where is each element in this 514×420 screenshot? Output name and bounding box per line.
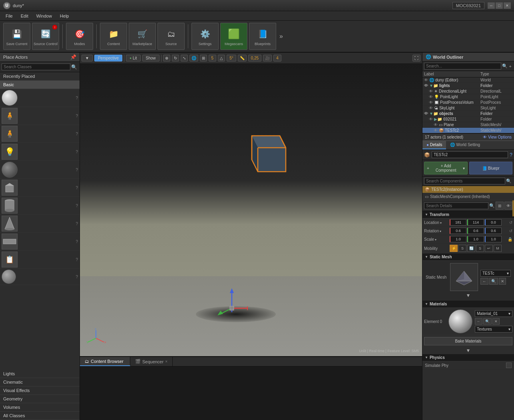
wo-item-directional-light[interactable]: 👁 ☀ DirectionalLight DirectionalL xyxy=(422,89,514,94)
rotation-reset-icon[interactable]: ↺ xyxy=(509,229,512,233)
actor-help-icon-4[interactable]: ? xyxy=(76,150,78,154)
sm-expand-arrow[interactable]: ▼ xyxy=(424,292,512,299)
search-classes-input[interactable] xyxy=(2,63,70,70)
settings-button[interactable]: ⚙️ Settings xyxy=(191,23,219,50)
tab-sequencer[interactable]: 🎬 Sequencer × xyxy=(130,357,173,366)
viewport-canvas[interactable]: X Y Z Unlit | Real-time | Feature Level:… xyxy=(80,64,422,356)
vp-angle-button[interactable]: △ xyxy=(218,55,225,61)
sidebar-item-visual-effects[interactable]: Visual Effects xyxy=(0,386,80,395)
toolbar-more-button[interactable]: » xyxy=(278,31,285,42)
minimize-button[interactable]: ─ xyxy=(488,2,495,9)
wo-item-testc2[interactable]: 👁 📦 TESTc2 StaticMesh/ xyxy=(422,128,514,133)
megascans-button[interactable]: 🟩 Megascans xyxy=(220,23,247,50)
maximize-button[interactable]: □ xyxy=(496,2,503,9)
viewport-perspective-button[interactable]: Perspective xyxy=(94,55,122,61)
list-item[interactable]: ? xyxy=(0,269,80,285)
tab-content-browser[interactable]: 🗂 Content Browser xyxy=(80,357,130,366)
sidebar-item-recently-placed[interactable]: Recently Placed xyxy=(0,72,80,81)
source-control-button[interactable]: 🔄 Source Control ! xyxy=(32,23,59,50)
list-item[interactable]: 📋 ? xyxy=(0,251,80,269)
sidebar-item-geometry[interactable]: Geometry xyxy=(0,395,80,403)
static-mesh-section-header[interactable]: ▼ Static Mesh xyxy=(422,254,514,261)
list-item[interactable]: ? xyxy=(0,215,80,233)
material-dropdown[interactable]: Material_01 ▾ xyxy=(475,310,512,317)
mat-find-button[interactable]: 🔍 xyxy=(483,318,492,325)
menu-edit[interactable]: Edit xyxy=(17,13,32,19)
wo-item-objects-folder[interactable]: 👁 ▼ 📁 objects Folder xyxy=(422,111,514,117)
viewport-lit-button[interactable]: ● Lit xyxy=(126,55,140,61)
sm-mesh-dropdown[interactable]: TESTc ▾ xyxy=(480,270,511,277)
scale-z-input[interactable] xyxy=(485,236,502,242)
list-item[interactable]: ? xyxy=(0,197,80,215)
vp-scale-button[interactable]: ⤡ xyxy=(181,55,188,61)
list-item[interactable]: 💡 ? xyxy=(0,143,80,161)
wo-item-skylight[interactable]: 👁 🌤 SkyLight SkyLight xyxy=(422,105,514,111)
vp-grid-button[interactable]: ⊞ xyxy=(200,55,207,61)
rotation-z-input[interactable] xyxy=(485,228,502,234)
location-reset-icon[interactable]: ↺ xyxy=(509,220,512,225)
physics-section-header[interactable]: ▼ Physics xyxy=(422,354,514,361)
menu-window[interactable]: Window xyxy=(32,13,56,19)
menu-file[interactable]: File xyxy=(2,13,17,19)
sidebar-item-cinematic[interactable]: Cinematic xyxy=(0,378,80,386)
blueprints-button[interactable]: 📘 Blueprints xyxy=(249,23,276,50)
sm-clear-button[interactable]: ✕ xyxy=(499,278,506,285)
place-actors-pin[interactable]: 📌 xyxy=(70,54,76,60)
scale-label[interactable]: Scale xyxy=(424,237,448,242)
list-item[interactable]: ? xyxy=(0,233,80,251)
textures-dropdown[interactable]: Textures ▾ xyxy=(475,326,512,333)
wo-item-postprocess[interactable]: 👁 🔲 PostProcessVolum PostProces xyxy=(422,100,514,105)
actor-help-icon-9[interactable]: ? xyxy=(76,240,78,244)
wo-add-icon[interactable]: + xyxy=(508,64,512,69)
mobility-stationary-btn[interactable]: 🔄 xyxy=(467,245,475,252)
actor-help-icon-11[interactable]: ? xyxy=(76,275,78,279)
details-grid-view-button[interactable]: ⊞ xyxy=(496,202,504,210)
location-y-input[interactable] xyxy=(467,219,484,226)
vp-world-button[interactable]: 🌐 xyxy=(189,55,198,61)
actor-help-icon-6[interactable]: ? xyxy=(76,186,78,190)
rotation-label[interactable]: Rotation xyxy=(424,229,448,233)
bake-materials-button[interactable]: Bake Materials xyxy=(424,337,512,345)
actor-help-icon[interactable]: ? xyxy=(76,96,78,100)
actor-help-icon-8[interactable]: ? xyxy=(76,222,78,226)
scale-y-input[interactable] xyxy=(467,236,484,242)
viewport-camera-button[interactable]: ▼ xyxy=(82,55,93,61)
sm-back-button[interactable]: ← xyxy=(480,278,488,285)
marketplace-button[interactable]: 🛒 Marketplace xyxy=(129,23,156,50)
mobility-movable-btn[interactable]: ↩ xyxy=(485,245,493,252)
vp-translate-button[interactable]: ⊕ xyxy=(163,55,170,61)
actor-name-input[interactable] xyxy=(432,151,508,158)
mobility-s-btn[interactable]: S xyxy=(458,245,466,252)
view-options-button[interactable]: 👁 View Options xyxy=(483,135,512,139)
transform-section-header[interactable]: ▼ Transform xyxy=(422,211,514,218)
mobility-m-btn[interactable]: M xyxy=(494,245,502,252)
component-testc2-instance[interactable]: 📦 TESTc2(Instance) xyxy=(422,186,514,193)
sequencer-close[interactable]: × xyxy=(165,359,167,364)
world-outliner-search-input[interactable] xyxy=(424,63,501,69)
wo-item-692021-folder[interactable]: 👁 ▶ 📁 692021 Folder xyxy=(422,117,514,122)
viewport-show-button[interactable]: Show xyxy=(142,55,159,61)
location-x-input[interactable] xyxy=(450,219,466,226)
translate-gizmo[interactable] xyxy=(216,284,248,316)
modes-button[interactable]: 🎯 Modes xyxy=(66,23,93,50)
scale-x-input[interactable] xyxy=(450,236,466,242)
blueprint-button[interactable]: 📘 Bluepr xyxy=(469,162,513,174)
menu-help[interactable]: Help xyxy=(56,13,73,19)
vp-cam-button[interactable]: 🎥 xyxy=(263,55,272,61)
actor-help-icon-2[interactable]: ? xyxy=(76,114,78,118)
wo-item-plane[interactable]: 👁 ▭ Plane StaticMesh/ xyxy=(422,122,514,128)
materials-expand-arrow[interactable]: ▼ xyxy=(422,347,514,354)
vp-snap-button[interactable]: 📏 xyxy=(238,55,247,61)
actor-help-icon-7[interactable]: ? xyxy=(76,204,78,208)
list-item[interactable]: ? xyxy=(0,161,80,179)
mat-clear-button[interactable]: ✕ xyxy=(492,318,500,325)
sidebar-item-all-classes[interactable]: All Classes xyxy=(0,412,80,420)
simulate-physics-checkbox[interactable] xyxy=(506,363,512,368)
list-item[interactable]: ? xyxy=(0,89,80,107)
wo-item-lights-folder[interactable]: 👁 ▼ 📁 lights Folder xyxy=(422,83,514,89)
tab-world-setting[interactable]: 🌐 World Setting xyxy=(446,141,484,149)
materials-section-header[interactable]: ▼ Materials xyxy=(422,301,514,308)
list-item[interactable]: 🧍 ? xyxy=(0,125,80,143)
sm-find-button[interactable]: 🔍 xyxy=(489,278,498,285)
actor-help-icon-10[interactable]: ? xyxy=(76,258,78,262)
